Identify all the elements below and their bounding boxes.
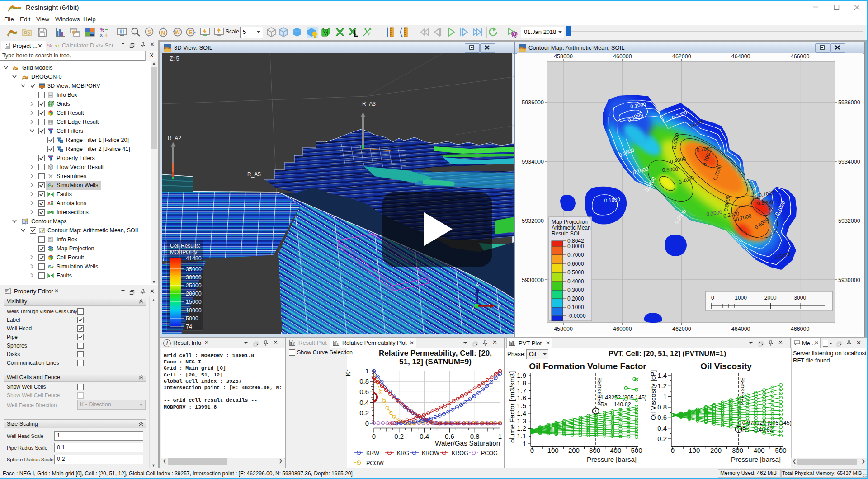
svg-text:10000: 10000 <box>186 307 202 314</box>
svg-text:0.2: 0.2 <box>394 432 404 440</box>
svg-text:400: 400 <box>754 446 765 454</box>
svg-text:Water/Gas Saturation: Water/Gas Saturation <box>435 439 500 447</box>
svg-text:462000: 462000 <box>672 53 691 60</box>
svg-text:0.2: 0.2 <box>657 435 667 442</box>
svg-text:0.6: 0.6 <box>359 388 369 395</box>
svg-text:+: + <box>104 32 108 38</box>
svg-text:30000: 30000 <box>186 274 202 281</box>
svg-text:5934000: 5934000 <box>522 159 544 165</box>
svg-text:Oil Viscosity [cP]: Oil Viscosity [cP] <box>649 370 657 420</box>
svg-text:5932000: 5932000 <box>522 218 544 224</box>
svg-text:x: x <box>100 32 103 38</box>
svg-text:1.6: 1.6 <box>517 394 526 402</box>
svg-text:5932000: 5932000 <box>838 218 860 224</box>
svg-text:5936000: 5936000 <box>522 99 544 106</box>
svg-text:E: E <box>189 29 193 36</box>
svg-text:0.5000: 0.5000 <box>662 166 678 173</box>
svg-text:1.2: 1.2 <box>657 382 667 390</box>
svg-text:1.4: 1.4 <box>657 371 667 379</box>
svg-text:PCOW: PCOW <box>366 460 384 466</box>
svg-text:Oil Formation Volume Factor: Oil Formation Volume Factor <box>529 362 646 371</box>
svg-text:1: 1 <box>663 393 667 400</box>
svg-text:300: 300 <box>589 446 600 454</box>
svg-text:0.4: 0.4 <box>359 399 369 406</box>
svg-text:olume Factor [rm3/sm3]: olume Factor [rm3/sm3] <box>508 371 516 443</box>
svg-text:0: 0 <box>372 432 376 440</box>
svg-text:1.3: 1.3 <box>517 417 526 425</box>
svg-text:1: 1 <box>365 367 369 375</box>
svg-text:Relative Permeability, Cell: [: Relative Permeability, Cell: [20, <box>379 349 492 357</box>
svg-text:Kr: Kr <box>344 369 352 376</box>
svg-text:0.7000: 0.7000 <box>567 252 584 258</box>
svg-text:X: X <box>497 303 501 309</box>
svg-text:PCOG: PCOG <box>481 450 498 456</box>
svg-text:2000: 2000 <box>764 295 777 301</box>
svg-text:300: 300 <box>732 446 743 454</box>
svg-text:466000: 466000 <box>791 326 810 332</box>
svg-text:0.8000: 0.8000 <box>567 243 584 249</box>
svg-text:Rs = 140.82: Rs = 140.82 <box>600 401 631 408</box>
svg-text:Pressure [barsa]: Pressure [barsa] <box>731 456 781 463</box>
svg-text:458000: 458000 <box>554 326 573 332</box>
svg-text:MOBPORV: MOBPORV <box>170 249 198 255</box>
svg-text:1.4: 1.4 <box>517 409 526 417</box>
svg-text:74: 74 <box>186 324 192 330</box>
svg-text:1.7: 1.7 <box>517 387 526 394</box>
svg-text:0.8: 0.8 <box>359 377 369 385</box>
svg-text:5930000: 5930000 <box>838 277 860 283</box>
svg-text:PVT, Cell: [20, 51, 12] (PVTNU: PVT, Cell: [20, 51, 12] (PVTNUM=1) <box>609 350 726 357</box>
svg-text:0: 0 <box>365 419 369 427</box>
svg-text:-0.0000: -0.0000 <box>567 313 586 319</box>
svg-text:1.8: 1.8 <box>517 379 526 387</box>
svg-text:460000: 460000 <box>613 53 632 60</box>
svg-text:Arithmetic Mean: Arithmetic Mean <box>552 225 591 231</box>
svg-text:15000: 15000 <box>186 299 202 305</box>
svg-text:0.6000: 0.6000 <box>567 261 584 267</box>
svg-text:KRG: KRG <box>397 450 409 456</box>
svg-text:Pressure [barsa]: Pressure [barsa] <box>587 456 637 463</box>
svg-text:KRW: KRW <box>366 450 379 456</box>
svg-text:458000: 458000 <box>554 53 573 60</box>
svg-text:0: 0 <box>530 446 534 454</box>
svg-text:5934000: 5934000 <box>838 159 860 165</box>
svg-text:0.3000: 0.3000 <box>567 287 584 293</box>
svg-text:0.2: 0.2 <box>359 409 369 417</box>
svg-text:S: S <box>373 380 378 383</box>
svg-text:1.1: 1.1 <box>517 432 526 440</box>
svg-text:460000: 460000 <box>613 326 632 332</box>
svg-text:0.4: 0.4 <box>420 432 429 440</box>
svg-text:0.8: 0.8 <box>657 403 667 411</box>
svg-text:Y: Y <box>471 305 475 311</box>
svg-text:5930000: 5930000 <box>522 277 544 283</box>
svg-text:1.2: 1.2 <box>517 424 526 432</box>
svg-text:0: 0 <box>671 446 675 454</box>
svg-text:N: N <box>161 30 165 36</box>
svg-text:S: S <box>148 29 151 35</box>
svg-text:0.4: 0.4 <box>657 424 667 432</box>
svg-text:KROW: KROW <box>422 450 439 456</box>
svg-text:0.4000: 0.4000 <box>567 278 584 285</box>
svg-text:R_A2: R_A2 <box>168 135 181 141</box>
svg-text:500: 500 <box>775 446 786 454</box>
svg-text:Result: SOIL: Result: SOIL <box>552 230 582 237</box>
svg-text:W: W <box>175 29 180 36</box>
svg-text:464000: 464000 <box>731 53 750 60</box>
svg-text:0.1000: 0.1000 <box>567 304 584 310</box>
svg-text:3000: 3000 <box>794 295 806 301</box>
svg-text:35000: 35000 <box>186 266 202 272</box>
svg-text:Z: Z <box>476 281 479 286</box>
svg-text:464000: 464000 <box>731 326 750 332</box>
svg-text:0.6: 0.6 <box>657 413 667 421</box>
svg-text:Map Projection: Map Projection <box>552 219 588 225</box>
svg-text:5000: 5000 <box>186 315 198 322</box>
svg-text:1000: 1000 <box>735 295 747 301</box>
svg-text:1.43252 (305.145): 1.43252 (305.145) <box>600 394 646 401</box>
svg-text:100: 100 <box>547 446 559 454</box>
svg-text:100: 100 <box>689 446 700 454</box>
svg-text:Cell Results:: Cell Results: <box>170 243 200 249</box>
svg-text:0.2000: 0.2000 <box>567 296 584 302</box>
svg-text:5936000: 5936000 <box>838 99 860 106</box>
svg-text:0: 0 <box>711 295 714 301</box>
svg-text:500: 500 <box>631 446 642 454</box>
svg-text:41480: 41480 <box>186 255 202 262</box>
